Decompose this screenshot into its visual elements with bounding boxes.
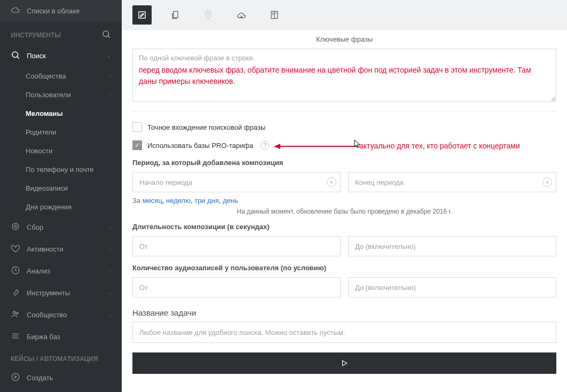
exact-match-label: Точное вхождение поисковой фразы xyxy=(147,123,265,131)
sidebar-sub-birthdays[interactable]: Дни рождения xyxy=(0,198,122,216)
svg-marker-26 xyxy=(343,360,347,365)
exact-match-checkbox[interactable] xyxy=(132,122,142,132)
cloud-icon xyxy=(11,5,20,17)
play-icon xyxy=(341,359,348,367)
exact-match-row: Точное вхождение поисковой фразы xyxy=(132,122,556,132)
sidebar-cases-heading: КЕЙСЫ / АВТОМАТИЗАЦИЯ xyxy=(0,348,122,367)
svg-rect-16 xyxy=(139,12,145,18)
link-month[interactable]: месяц xyxy=(143,197,162,205)
svg-line-1 xyxy=(108,36,109,37)
clear-icon[interactable]: × xyxy=(542,177,552,187)
chevron-down-icon: ⌄ xyxy=(106,52,111,59)
tab-location[interactable] xyxy=(199,5,218,25)
tab-edit[interactable] xyxy=(132,5,152,25)
link-3days[interactable]: три дня xyxy=(194,197,219,205)
keywords-wrap: По одной ключевой фразе в строке. перед … xyxy=(132,49,556,104)
list-icon xyxy=(11,331,20,342)
chevron-left-icon: ‹ xyxy=(109,312,111,318)
count-row xyxy=(132,277,556,297)
svg-point-18 xyxy=(207,12,209,14)
svg-point-7 xyxy=(13,311,16,314)
tab-cloud-down[interactable] xyxy=(232,5,251,25)
users-icon xyxy=(11,309,20,320)
svg-point-8 xyxy=(16,312,18,315)
link-week[interactable]: неделю xyxy=(166,197,191,205)
period-row: × × xyxy=(132,172,556,192)
sidebar-item-activities[interactable]: Активности ‹ xyxy=(0,238,122,260)
search-icon xyxy=(11,50,20,61)
task-input[interactable] xyxy=(132,322,556,343)
sidebar-sub-users[interactable]: Пользователи‹ xyxy=(0,85,122,104)
duration-label: Длительность композиции (в секундах) xyxy=(132,223,556,231)
duration-from-input[interactable] xyxy=(132,236,341,256)
duration-to-input[interactable] xyxy=(348,236,556,256)
chevron-left-icon: ‹ xyxy=(109,290,111,296)
clear-icon[interactable]: × xyxy=(327,177,336,187)
chevron-left-icon: ‹ xyxy=(109,72,111,79)
chevron-left-icon: ‹ xyxy=(109,224,111,231)
divider xyxy=(132,111,556,112)
sidebar-item-search[interactable]: Поиск ⌄ xyxy=(0,45,122,67)
link-day[interactable]: день xyxy=(223,197,238,205)
plus-icon xyxy=(11,372,20,383)
sidebar-item-gather[interactable]: Сбор ‹ xyxy=(0,216,122,238)
keywords-heading: Ключевые фразы xyxy=(132,30,556,49)
count-to-input[interactable] xyxy=(348,277,556,297)
chevron-left-icon: ‹ xyxy=(109,91,111,97)
content: Ключевые фразы По одной ключевой фразе в… xyxy=(122,30,567,392)
tabbar xyxy=(122,0,567,30)
svg-point-5 xyxy=(14,225,17,228)
svg-line-3 xyxy=(17,57,19,58)
search-icon[interactable] xyxy=(101,29,111,41)
tab-book[interactable] xyxy=(265,5,284,25)
sidebar-tools-heading: ИНСТРУМЕНТЫ xyxy=(0,22,122,45)
sidebar-cloud-lists[interactable]: Списки в облаке xyxy=(0,0,122,22)
help-icon[interactable]: ? xyxy=(261,141,269,150)
sidebar-sub-videos[interactable]: Видеозаписи xyxy=(0,179,122,198)
period-end-input[interactable] xyxy=(348,172,556,192)
tab-copy[interactable] xyxy=(166,5,185,25)
target-icon xyxy=(11,222,20,233)
period-label: Период, за который добавлена композиция xyxy=(132,159,556,167)
clock-icon xyxy=(11,265,20,277)
sidebar: Списки в облаке ИНСТРУМЕНТЫ Поиск ⌄ Сооб… xyxy=(0,0,122,392)
count-from-input[interactable] xyxy=(132,277,341,297)
count-label: Количество аудиозаписей у пользователя (… xyxy=(132,264,556,272)
sidebar-sub-communities[interactable]: Сообщества‹ xyxy=(0,67,122,85)
period-links: За месяц, неделю, три дня, день xyxy=(132,197,556,205)
svg-point-2 xyxy=(12,52,18,58)
sidebar-item-community[interactable]: Сообщество ‹ xyxy=(0,304,122,326)
task-label: Название задачи xyxy=(132,308,556,317)
svg-point-0 xyxy=(103,31,109,37)
sidebar-item-analysis[interactable]: Анализ ‹ xyxy=(0,260,122,282)
sidebar-item-label: Списки в облаке xyxy=(27,7,111,15)
sidebar-sub-phone-mail[interactable]: По телефону и почте xyxy=(0,160,122,179)
sidebar-sub-parents[interactable]: Родители xyxy=(0,123,122,142)
db-note: На данный момент, обновление базы было п… xyxy=(132,208,556,215)
use-pro-row: ✓ Использовать базы PRO-тарифа ? актуаль… xyxy=(132,140,556,150)
main: Ключевые фразы По одной ключевой фразе в… xyxy=(122,0,567,392)
duration-row xyxy=(132,236,556,256)
svg-marker-25 xyxy=(274,144,280,149)
sidebar-item-label: Поиск xyxy=(27,52,106,60)
sidebar-item-my-cases[interactable]: Мои кейсы xyxy=(0,389,122,392)
sidebar-sub-melomany[interactable]: Меломаны xyxy=(0,104,122,123)
sidebar-sub-news[interactable]: Новости xyxy=(0,142,122,160)
sidebar-item-create[interactable]: Создать xyxy=(0,367,122,389)
chevron-left-icon: ‹ xyxy=(109,268,111,275)
heart-icon xyxy=(11,244,20,255)
sidebar-item-instruments[interactable]: Инструменты ‹ xyxy=(0,282,122,304)
sidebar-item-exchange[interactable]: Биржа баз xyxy=(0,326,122,348)
use-pro-label: Использовать базы PRO-тарифа xyxy=(147,142,253,150)
period-start-input[interactable] xyxy=(132,172,341,192)
arrow-note: актуально для тех, кто работает с концер… xyxy=(359,142,520,150)
arrow-annotation-icon xyxy=(274,143,359,150)
use-pro-checkbox[interactable]: ✓ xyxy=(132,140,142,150)
chevron-left-icon: ‹ xyxy=(109,246,111,253)
run-button[interactable] xyxy=(132,352,556,374)
wrench-icon xyxy=(11,287,20,299)
annotation-red: перед вводом ключевых фраз, обратите вни… xyxy=(139,65,550,87)
svg-point-4 xyxy=(12,223,19,230)
svg-rect-17 xyxy=(174,11,178,18)
